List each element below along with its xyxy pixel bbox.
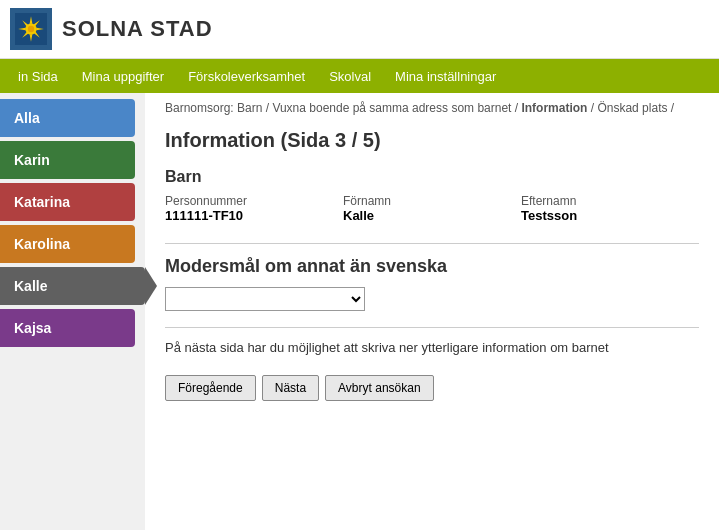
- sidebar-label-katarina: Katarina: [14, 194, 70, 210]
- sidebar-label-karolina: Karolina: [14, 236, 70, 252]
- header: SOLNA STAD: [0, 0, 719, 59]
- button-row: Föregående Nästa Avbryt ansökan: [165, 375, 699, 401]
- sidebar-item-kalle[interactable]: Kalle: [0, 267, 145, 305]
- sidebar-item-karolina[interactable]: Karolina: [0, 225, 135, 263]
- sidebar-item-alla[interactable]: Alla: [0, 99, 135, 137]
- sidebar-label-alla: Alla: [14, 110, 40, 126]
- value-fornamn: Kalle: [343, 208, 521, 223]
- label-efternamn: Efternamn: [521, 194, 699, 208]
- page-title: Information (Sida 3 / 5): [165, 129, 699, 152]
- layout: Alla Karin Katarina Karolina Kalle Kajsa…: [0, 93, 719, 530]
- modersmal-dropdown[interactable]: [165, 287, 365, 311]
- nav-item-mina-uppgifter[interactable]: Mina uppgifter: [70, 61, 176, 92]
- nav-item-mina-installningar[interactable]: Mina inställningar: [383, 61, 508, 92]
- svg-point-10: [28, 26, 34, 32]
- solna-logo-icon: [15, 13, 47, 45]
- label-personnummer: Personnummer: [165, 194, 343, 208]
- nav-item-insida[interactable]: in Sida: [6, 61, 70, 92]
- sidebar-item-karin[interactable]: Karin: [0, 141, 135, 179]
- sidebar-label-karin: Karin: [14, 152, 50, 168]
- sidebar-item-katarina[interactable]: Katarina: [0, 183, 135, 221]
- logo-box: [10, 8, 52, 50]
- section-barn-heading: Barn: [165, 168, 699, 186]
- btn-avbryt[interactable]: Avbryt ansökan: [325, 375, 434, 401]
- sidebar-label-kalle: Kalle: [14, 278, 47, 294]
- btn-nasta[interactable]: Nästa: [262, 375, 319, 401]
- info-col-personnummer: Personnummer 111111-TF10: [165, 194, 343, 223]
- modersmal-title: Modersmål om annat än svenska: [165, 256, 699, 277]
- nav-item-skolval[interactable]: Skolval: [317, 61, 383, 92]
- value-efternamn: Testsson: [521, 208, 699, 223]
- value-personnummer: 111111-TF10: [165, 208, 343, 223]
- divider-1: [165, 243, 699, 244]
- label-fornamn: Förnamn: [343, 194, 521, 208]
- breadcrumb: Barnomsorg: Barn / Vuxna boende på samma…: [165, 93, 699, 125]
- breadcrumb-current: Information: [521, 101, 587, 115]
- sidebar-label-kajsa: Kajsa: [14, 320, 51, 336]
- info-col-fornamn: Förnamn Kalle: [343, 194, 521, 223]
- navbar: in Sida Mina uppgifter Förskoleverksamhe…: [0, 59, 719, 93]
- btn-foregaende[interactable]: Föregående: [165, 375, 256, 401]
- info-col-efternamn: Efternamn Testsson: [521, 194, 699, 223]
- person-info-table: Personnummer 111111-TF10 Förnamn Kalle E…: [165, 194, 699, 223]
- nav-item-forskoleverksamhet[interactable]: Förskoleverksamhet: [176, 61, 317, 92]
- info-text: På nästa sida har du möjlighet att skriv…: [165, 340, 699, 355]
- modersmal-dropdown-wrapper: [165, 287, 699, 311]
- breadcrumb-part-1: Barnomsorg: Barn / Vuxna boende på samma…: [165, 101, 674, 115]
- sidebar-item-kajsa[interactable]: Kajsa: [0, 309, 135, 347]
- sidebar: Alla Karin Katarina Karolina Kalle Kajsa: [0, 93, 145, 530]
- main-content: Barnomsorg: Barn / Vuxna boende på samma…: [145, 93, 719, 530]
- site-title: SOLNA STAD: [62, 16, 213, 42]
- divider-2: [165, 327, 699, 328]
